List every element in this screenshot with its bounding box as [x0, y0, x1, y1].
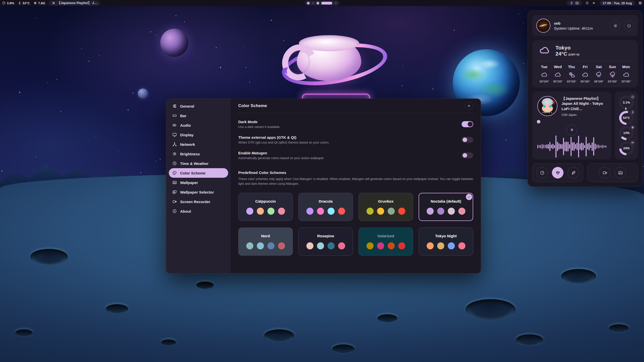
color-dot [448, 242, 455, 249]
color-dot [437, 208, 444, 215]
setting-label: Theme external apps (GTK & Qt) [238, 135, 329, 140]
color-dot [278, 208, 285, 215]
power-button[interactable] [624, 21, 634, 31]
system-uptime: System Uptime: 4h11m [554, 26, 607, 30]
bell-icon[interactable] [585, 1, 589, 5]
mic-icon[interactable] [570, 1, 573, 5]
visualizer-bar [581, 143, 582, 151]
power-profile-power-saver[interactable] [568, 167, 579, 178]
scheme-card-solarized[interactable]: Solarized [358, 228, 413, 256]
visualizer-bar [587, 144, 588, 149]
cloud-icon [537, 45, 551, 57]
settings-button[interactable] [610, 21, 620, 31]
info-icon [172, 209, 177, 213]
setting-description: Writes GTK (gtk.css) and Qt (qt6ct) them… [238, 141, 329, 144]
screen-recorder-button[interactable] [599, 167, 611, 178]
toggle-enable-matugen[interactable] [462, 152, 473, 158]
scheme-card-nord[interactable]: Nord [238, 228, 293, 256]
toggle-list: Dark Mode Use a dark variant if availabl… [238, 113, 473, 160]
thermometer-icon [630, 110, 635, 115]
workspace-5[interactable] [334, 2, 337, 5]
workspace-1[interactable] [307, 2, 310, 5]
sidebar-item-audio[interactable]: Audio [169, 120, 228, 130]
scheme-card-gruvbox[interactable]: Gruvbox [358, 193, 413, 221]
image-icon[interactable] [575, 1, 579, 5]
media-progress-knob[interactable] [537, 120, 540, 123]
rain-icon [595, 71, 602, 78]
visualizer-bar [539, 145, 540, 148]
video-icon [172, 199, 177, 204]
scheme-card-noctalia-default-[interactable]: ✓ Noctalia (default) [419, 193, 473, 221]
images-icon [172, 190, 177, 194]
color-dot [458, 242, 465, 249]
sidebar-item-brightness[interactable]: Brightness [169, 149, 228, 159]
sidebar-item-wallpaper-selector[interactable]: Wallpaper Selector [169, 187, 228, 197]
thermometer-icon [18, 1, 21, 5]
color-dot [367, 242, 374, 249]
visualizer-bar [598, 145, 599, 148]
scheme-card-rosepine[interactable]: Rosepine [298, 228, 353, 256]
clock-label: 17:09 - Tue, 19 Aug [602, 1, 632, 5]
visualizer-bar [596, 145, 597, 148]
power-profile-balanced[interactable] [552, 167, 564, 178]
crater [332, 344, 355, 354]
weather-forecast: Tue 33°/24° Wed 35°/25° Thu 33°/26° Fri … [537, 65, 633, 83]
color-dot [398, 208, 405, 215]
bar-media-pill[interactable]: 【Japanese Playlist】 J… [49, 1, 100, 6]
bar-stat-thermometer: 53°C [18, 1, 30, 5]
sidebar-item-bar[interactable]: Bar [169, 111, 228, 120]
sidebar-item-about[interactable]: About [169, 206, 228, 216]
sidebar-item-screen-recorder[interactable]: Screen Recorder [169, 197, 228, 206]
setting-row-theme-external-apps-gtk-qt-: Theme external apps (GTK & Qt) Writes GT… [238, 135, 473, 144]
color-dot [458, 208, 465, 215]
small-moon [138, 88, 148, 99]
workspace-2[interactable] [312, 2, 314, 5]
visualizer-bar [572, 142, 573, 151]
clock-pill[interactable]: 17:09 - Tue, 19 Aug [599, 1, 635, 6]
color-dot [388, 242, 395, 249]
color-dot [367, 208, 374, 215]
cloud-icon [541, 71, 547, 78]
weather-temp: 24°C [555, 51, 567, 57]
wallpaper-button[interactable] [615, 167, 626, 178]
crater [196, 282, 214, 289]
sidebar-item-display[interactable]: Display [169, 130, 228, 140]
visualizer-bar [569, 144, 570, 149]
section-title: Predefined Color Schemes [238, 170, 473, 175]
apps-grid-icon[interactable] [638, 1, 642, 5]
workspace-4[interactable] [321, 2, 332, 5]
settings-window: General Bar Audio Display Network Bright… [166, 99, 481, 274]
display-icon [172, 132, 177, 137]
scheme-card-catppuccin[interactable]: Catppuccin [238, 193, 293, 221]
gauge-thermometer: 54°C [619, 110, 634, 125]
scheme-card-tokyo-night[interactable]: Tokyo Night [419, 228, 473, 256]
visualizer-bar [595, 144, 596, 150]
scheme-card-dracula[interactable]: Dracula [298, 193, 353, 221]
color-dot [317, 242, 324, 249]
visualizer-bar [560, 144, 561, 149]
volume-icon[interactable] [592, 1, 596, 5]
crater [106, 304, 128, 313]
weather-header: Tokyo 24°C(GMT+9) [537, 45, 633, 57]
power-profile-performance[interactable] [536, 167, 548, 178]
toggle-theme-external-apps-gtk-qt-[interactable] [462, 137, 473, 143]
visualizer-bar [554, 145, 555, 148]
workspace-3[interactable] [316, 2, 319, 5]
sidebar-item-wallpaper[interactable]: Wallpaper [169, 178, 228, 187]
visualizer-bar [548, 144, 549, 149]
pause-button[interactable] [566, 124, 577, 135]
visualizer-bar [606, 145, 607, 148]
system-gauges-card: 3.1% 54°C 14% 24% [615, 92, 638, 159]
visualizer-bar [571, 137, 572, 156]
crater [264, 329, 294, 342]
sidebar-item-general[interactable]: General [169, 101, 228, 111]
section-description: These color schemes only apply when 'Use… [238, 177, 473, 186]
close-button[interactable]: ✕ [465, 102, 473, 110]
sidebar-item-color-scheme[interactable]: Color Scheme [169, 168, 228, 178]
toggle-dark-mode[interactable] [462, 121, 473, 127]
forecast-day-thu: Thu 33°/26° [565, 65, 578, 83]
sidebar-item-network[interactable]: Network [169, 140, 228, 149]
visualizer-bar [575, 144, 576, 149]
toggle-knob [468, 122, 473, 127]
sidebar-item-time-weather[interactable]: Time & Weather [169, 159, 228, 168]
